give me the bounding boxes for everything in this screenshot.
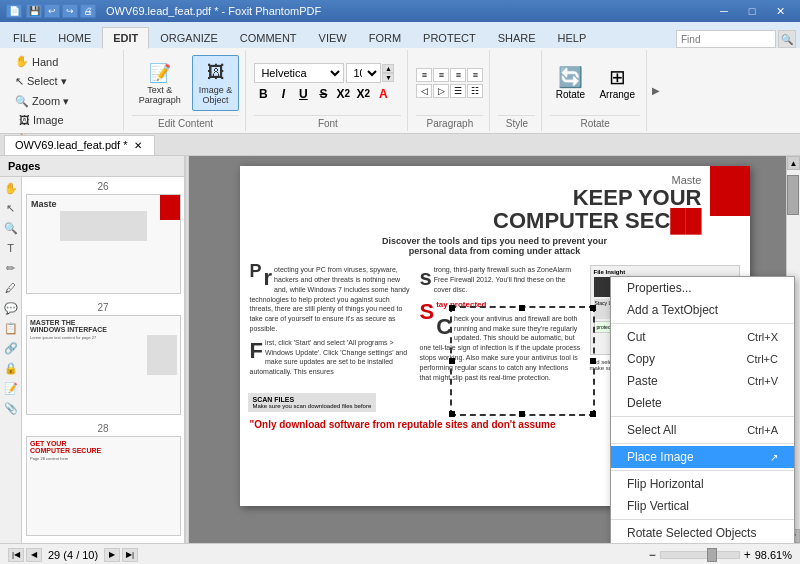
nav-prev-button[interactable]: ◀ bbox=[26, 548, 42, 562]
ctx-rotate-selected[interactable]: Rotate Selected Objects bbox=[611, 522, 794, 543]
ctx-flip-vertical[interactable]: Flip Vertical bbox=[611, 495, 794, 517]
zoom-slider[interactable] bbox=[660, 551, 740, 559]
tool-comment[interactable]: 💬 bbox=[2, 299, 20, 317]
save-icon[interactable]: 💾 bbox=[26, 4, 42, 18]
font-color-button[interactable]: A bbox=[374, 85, 392, 103]
sidebar-header: Pages bbox=[0, 156, 184, 177]
nav-last-button[interactable]: ▶| bbox=[122, 548, 138, 562]
underline-button[interactable]: U bbox=[294, 85, 312, 103]
pdf-main-title: KEEP YOURCOMPUTER SEC██ bbox=[250, 186, 702, 232]
tool-select[interactable]: ↖ bbox=[2, 199, 20, 217]
minimize-button[interactable]: ─ bbox=[710, 0, 738, 22]
tool-stamp[interactable]: 📋 bbox=[2, 319, 20, 337]
print-icon[interactable]: 🖨 bbox=[80, 4, 96, 18]
nav-next-button[interactable]: ▶ bbox=[104, 548, 120, 562]
tool-highlight[interactable]: 🖊 bbox=[2, 279, 20, 297]
doc-tab-owv69[interactable]: OWV69.lead_feat.pdf * ✕ bbox=[4, 135, 155, 155]
page-thumb-27[interactable]: 27 MASTER THEWINDOWS INTERFACE Lorem ips… bbox=[26, 302, 180, 415]
zoom-out-button[interactable]: − bbox=[649, 548, 656, 562]
zoom-thumb[interactable] bbox=[707, 548, 717, 562]
page-thumb-28[interactable]: 28 GET YOURCOMPUTER SECURE Page 28 conte… bbox=[26, 423, 180, 536]
insert-items: ✋ Hand ↖ Select ▾ 🔍 Zoom ▾ bbox=[10, 52, 117, 111]
strikethrough-button[interactable]: S bbox=[314, 85, 332, 103]
font-size-down[interactable]: ▼ bbox=[382, 73, 394, 82]
ctx-copy[interactable]: Copy Ctrl+C bbox=[611, 348, 794, 370]
tab-help[interactable]: HELP bbox=[547, 26, 598, 48]
tab-form[interactable]: FORM bbox=[358, 26, 412, 48]
ctx-paste[interactable]: Paste Ctrl+V bbox=[611, 370, 794, 392]
font-size-controls: 10 ▲ ▼ bbox=[346, 63, 394, 83]
zoom-in-button[interactable]: + bbox=[744, 548, 751, 562]
scroll-thumb[interactable] bbox=[787, 175, 799, 215]
arrange-button[interactable]: ⊞ Arrange bbox=[594, 55, 640, 111]
close-button[interactable]: ✕ bbox=[766, 0, 794, 22]
ctx-add-textobject[interactable]: Add a TextObject bbox=[611, 299, 794, 321]
maximize-button[interactable]: □ bbox=[738, 0, 766, 22]
tab-protect[interactable]: PROTECT bbox=[412, 26, 487, 48]
subscript-button[interactable]: X2 bbox=[334, 85, 352, 103]
align-right-button[interactable]: ≡ bbox=[450, 68, 466, 82]
ctx-cut-label: Cut bbox=[627, 330, 646, 344]
tool-pencil[interactable]: ✏ bbox=[2, 259, 20, 277]
search-input[interactable] bbox=[676, 30, 776, 48]
undo-icon[interactable]: ↩ bbox=[44, 4, 60, 18]
tab-organize[interactable]: ORGANIZE bbox=[149, 26, 228, 48]
tool-link[interactable]: 🔗 bbox=[2, 339, 20, 357]
tab-edit[interactable]: EDIT bbox=[102, 27, 149, 49]
ctx-paste-label: Paste bbox=[627, 374, 658, 388]
tool-zoom[interactable]: 🔍 bbox=[2, 219, 20, 237]
superscript-button[interactable]: X2 bbox=[354, 85, 372, 103]
zoom-tool-button[interactable]: 🔍 Zoom ▾ bbox=[10, 92, 74, 111]
tool-text[interactable]: T bbox=[2, 239, 20, 257]
font-size-up[interactable]: ▲ bbox=[382, 64, 394, 73]
ctx-copy-shortcut: Ctrl+C bbox=[747, 353, 778, 365]
bold-button[interactable]: B bbox=[254, 85, 272, 103]
redo-icon[interactable]: ↪ bbox=[62, 4, 78, 18]
font-name-select[interactable]: Helvetica bbox=[254, 63, 344, 83]
scroll-up-button[interactable]: ▲ bbox=[787, 156, 800, 170]
search-button[interactable]: 🔍 bbox=[778, 30, 796, 48]
text-paragraph-icon: 📝 bbox=[148, 61, 172, 85]
tab-file[interactable]: FILE bbox=[2, 26, 47, 48]
tab-share[interactable]: SHARE bbox=[487, 26, 547, 48]
align-left-button[interactable]: ≡ bbox=[416, 68, 432, 82]
ribbon-scroll-right[interactable]: ▶ bbox=[649, 50, 663, 131]
ctx-select-all[interactable]: Select All Ctrl+A bbox=[611, 419, 794, 441]
ctx-delete[interactable]: Delete bbox=[611, 392, 794, 414]
tool-lock[interactable]: 🔒 bbox=[2, 359, 20, 377]
tool-hand[interactable]: ✋ bbox=[2, 179, 20, 197]
rotate-arrange-items: 🔄 Rotate ⊞ Arrange bbox=[550, 52, 640, 113]
rotate-group-label: Rotate bbox=[550, 115, 640, 129]
ctx-cut[interactable]: Cut Ctrl+X bbox=[611, 326, 794, 348]
ctx-sep-5 bbox=[611, 519, 794, 520]
ctx-place-image-label: Place Image bbox=[627, 450, 694, 464]
italic-button[interactable]: I bbox=[274, 85, 292, 103]
indent-decrease-button[interactable]: ◁ bbox=[416, 84, 432, 98]
ctx-flip-horizontal[interactable]: Flip Horizontal bbox=[611, 473, 794, 495]
paragraph-controls: ≡ ≡ ≡ ≡ ◁ ▷ ☰ ☷ bbox=[416, 52, 483, 113]
font-size-steppers: ▲ ▼ bbox=[382, 64, 394, 82]
rotate-button[interactable]: 🔄 Rotate bbox=[550, 55, 590, 111]
pdf-title-area: Maste KEEP YOURCOMPUTER SEC██ bbox=[240, 166, 750, 232]
list-button[interactable]: ☰ bbox=[450, 84, 466, 98]
ctx-properties[interactable]: Properties... bbox=[611, 277, 794, 299]
tool-form[interactable]: 📝 bbox=[2, 379, 20, 397]
text-paragraph-button[interactable]: 📝 Text &Paragraph bbox=[132, 55, 188, 111]
page-thumb-26[interactable]: 26 Maste bbox=[26, 181, 180, 294]
tab-comment[interactable]: COMMENT bbox=[229, 26, 308, 48]
image-object-button[interactable]: 🖼 Image &Object bbox=[192, 55, 240, 111]
ctx-place-image[interactable]: Place Image ↗ bbox=[611, 446, 794, 468]
numbered-list-button[interactable]: ☷ bbox=[467, 84, 483, 98]
select-tool-button[interactable]: ↖ Select ▾ bbox=[10, 72, 72, 91]
image-button[interactable]: 🖼 Image bbox=[14, 111, 117, 129]
nav-first-button[interactable]: |◀ bbox=[8, 548, 24, 562]
align-justify-button[interactable]: ≡ bbox=[467, 68, 483, 82]
hand-tool-button[interactable]: ✋ Hand bbox=[10, 52, 63, 71]
align-center-button[interactable]: ≡ bbox=[433, 68, 449, 82]
tab-view[interactable]: VIEW bbox=[308, 26, 358, 48]
tool-attach[interactable]: 📎 bbox=[2, 399, 20, 417]
doc-tab-close-button[interactable]: ✕ bbox=[132, 139, 144, 151]
tab-home[interactable]: HOME bbox=[47, 26, 102, 48]
font-size-select[interactable]: 10 bbox=[346, 63, 381, 83]
indent-increase-button[interactable]: ▷ bbox=[433, 84, 449, 98]
